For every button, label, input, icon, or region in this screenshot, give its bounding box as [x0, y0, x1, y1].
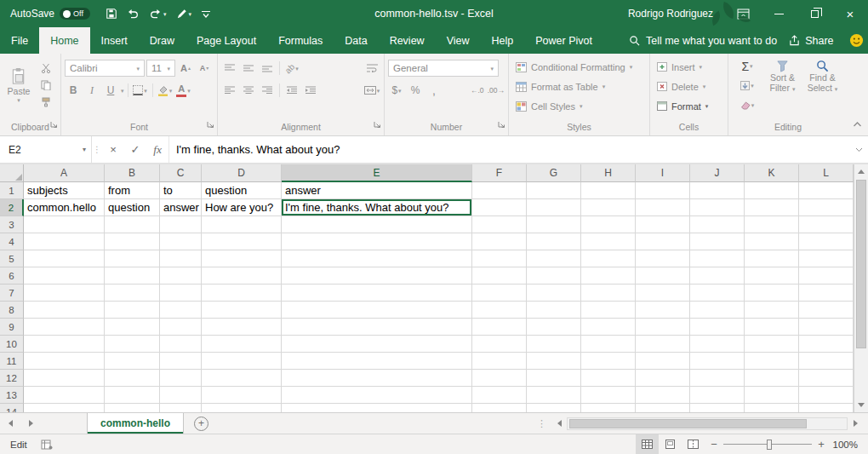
format-cells-button[interactable]: Format ▾ [654, 96, 724, 116]
cell-I13[interactable] [636, 387, 690, 404]
cell-D3[interactable] [202, 216, 282, 233]
cell-F4[interactable] [472, 233, 527, 250]
cell-J2[interactable] [690, 199, 745, 216]
cell-G13[interactable] [527, 387, 581, 404]
cell-C6[interactable] [160, 267, 202, 284]
column-header-A[interactable]: A [24, 164, 105, 182]
row-header-9[interactable]: 9 [0, 319, 24, 336]
tab-data[interactable]: Data [334, 27, 378, 54]
cell-D7[interactable] [202, 284, 282, 302]
cell-B11[interactable] [105, 353, 160, 370]
enter-entry-button[interactable]: ✓ [124, 136, 146, 163]
cell-H7[interactable] [581, 284, 636, 302]
column-header-H[interactable]: H [581, 164, 636, 182]
cell-J6[interactable] [690, 267, 745, 284]
cell-L11[interactable] [799, 353, 854, 370]
cell-C5[interactable] [160, 250, 202, 267]
zoom-out-button[interactable]: − [705, 438, 723, 451]
cell-K4[interactable] [745, 233, 799, 250]
cell-J7[interactable] [690, 284, 745, 302]
cell-I9[interactable] [636, 319, 690, 336]
font-name-combo[interactable]: Calibri ▾ [65, 60, 145, 77]
font-size-combo[interactable]: 11 ▾ [146, 60, 175, 77]
column-header-L[interactable]: L [799, 164, 854, 182]
cell-A9[interactable] [24, 319, 105, 336]
percent-style-button[interactable]: % [407, 82, 424, 100]
cell-D8[interactable] [202, 302, 282, 319]
cell-K5[interactable] [745, 250, 799, 267]
cell-D11[interactable] [202, 353, 282, 370]
cell-F10[interactable] [472, 336, 527, 353]
tab-file[interactable]: File [0, 27, 39, 54]
cell-I4[interactable] [636, 233, 690, 250]
decrease-font-size-button[interactable]: A▾ [196, 60, 213, 78]
column-header-I[interactable]: I [636, 164, 690, 182]
cell-A14[interactable] [24, 404, 105, 412]
maximize-restore-button[interactable] [797, 0, 832, 27]
minimize-button[interactable] [761, 0, 797, 27]
cell-B14[interactable] [105, 404, 160, 412]
tab-home[interactable]: Home [39, 27, 89, 54]
cell-C11[interactable] [160, 353, 202, 370]
cell-D12[interactable] [202, 370, 282, 387]
cell-A5[interactable] [24, 250, 105, 267]
cell-L5[interactable] [799, 250, 854, 267]
cell-F12[interactable] [472, 370, 527, 387]
cell-I12[interactable] [636, 370, 690, 387]
cell-E5[interactable] [282, 250, 472, 267]
cell-B4[interactable] [105, 233, 160, 250]
column-header-E[interactable]: E [282, 164, 472, 182]
cancel-entry-button[interactable]: × [102, 136, 124, 163]
autosave-toggle[interactable]: AutoSave Off [0, 8, 97, 20]
cell-H13[interactable] [581, 387, 636, 404]
column-header-F[interactable]: F [472, 164, 527, 182]
cell-J5[interactable] [690, 250, 745, 267]
align-right-button[interactable] [259, 82, 276, 100]
cell-B8[interactable] [105, 302, 160, 319]
cell-G2[interactable] [527, 199, 581, 216]
underline-button[interactable]: U [102, 82, 119, 100]
cell-J8[interactable] [690, 302, 745, 319]
cell-A12[interactable] [24, 370, 105, 387]
cell-C2[interactable]: answer [160, 199, 202, 216]
cell-G1[interactable] [527, 182, 581, 199]
align-left-button[interactable] [221, 82, 238, 100]
scroll-right-button[interactable] [848, 413, 863, 434]
cell-D1[interactable]: question [202, 182, 282, 199]
cell-L4[interactable] [799, 233, 854, 250]
row-header-12[interactable]: 12 [0, 370, 24, 387]
number-dialog-launcher[interactable] [498, 117, 505, 132]
cell-K6[interactable] [745, 267, 799, 284]
cell-L8[interactable] [799, 302, 854, 319]
cell-B6[interactable] [105, 267, 160, 284]
cell-A11[interactable] [24, 353, 105, 370]
cell-C4[interactable] [160, 233, 202, 250]
cell-C13[interactable] [160, 387, 202, 404]
cell-J11[interactable] [690, 353, 745, 370]
column-header-K[interactable]: K [745, 164, 799, 182]
cell-E1[interactable]: answer [282, 182, 472, 199]
fill-button[interactable]: ▾ [732, 77, 762, 95]
normal-view-button[interactable] [636, 434, 659, 454]
cell-K13[interactable] [745, 387, 799, 404]
cut-button[interactable] [37, 60, 54, 75]
cell-B3[interactable] [105, 216, 160, 233]
copy-button[interactable] [37, 78, 54, 92]
comma-style-button[interactable]: , [425, 82, 443, 100]
cell-F8[interactable] [472, 302, 527, 319]
cell-G3[interactable] [527, 216, 581, 233]
cell-H3[interactable] [581, 216, 636, 233]
cell-styles-button[interactable]: Cell Styles ▾ [512, 96, 646, 116]
zoom-in-button[interactable]: + [812, 438, 831, 451]
cell-G4[interactable] [527, 233, 581, 250]
cell-F7[interactable] [472, 284, 527, 302]
cell-B1[interactable]: from [105, 182, 160, 199]
cell-K9[interactable] [745, 319, 799, 336]
cell-C1[interactable]: to [160, 182, 202, 199]
cell-A2[interactable]: common.hello [24, 199, 105, 216]
save-button[interactable] [106, 8, 117, 20]
decrease-decimal-button[interactable]: .00→ [488, 82, 505, 100]
previous-sheet-button[interactable] [0, 413, 20, 434]
cell-H4[interactable] [581, 233, 636, 250]
cell-J12[interactable] [690, 370, 745, 387]
